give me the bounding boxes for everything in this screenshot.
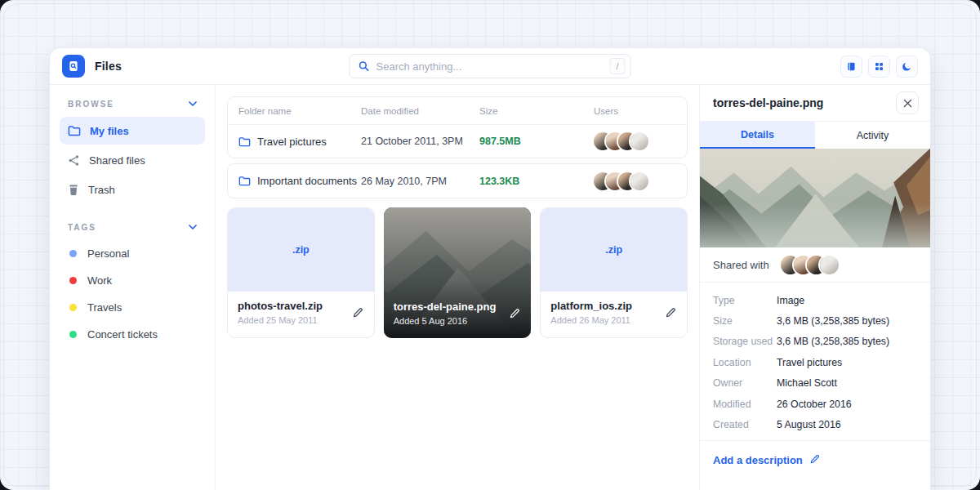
sidebar-item-shared-files[interactable]: Shared files bbox=[60, 146, 205, 174]
tag-label: Travels bbox=[87, 301, 122, 314]
sidebar: BROWSE My files bbox=[50, 85, 216, 490]
table-header-row: Folder name Date modified Size Users bbox=[228, 97, 687, 124]
file-name: torres-del-paine.png bbox=[394, 301, 522, 313]
folder-icon bbox=[68, 125, 81, 136]
detail-value: Michael Scott bbox=[777, 377, 837, 389]
detail-value: 3,6 MB (3,258,385 bytes) bbox=[777, 336, 889, 347]
sidebar-item-trash[interactable]: Trash bbox=[60, 176, 205, 203]
files-app-window: Files / bbox=[49, 47, 931, 490]
edit-pencil-icon[interactable] bbox=[665, 306, 677, 322]
folder-table: Folder name Date modified Size Users Tra… bbox=[227, 96, 688, 158]
search-icon bbox=[359, 60, 370, 72]
tags-section-header[interactable]: TAGS bbox=[60, 221, 205, 240]
detail-label: Type bbox=[713, 295, 777, 306]
tag-color-dot bbox=[69, 331, 77, 338]
edit-pencil-icon[interactable] bbox=[352, 306, 364, 322]
tag-item-concert-tickets[interactable]: Concert tickets bbox=[60, 321, 205, 348]
search-shortcut-badge: / bbox=[610, 58, 626, 74]
file-details-list: Type Image Size 3,6 MB (3,258,385 bytes)… bbox=[700, 283, 930, 441]
browse-section-header[interactable]: BROWSE bbox=[60, 98, 205, 117]
detail-label: Owner bbox=[713, 377, 777, 389]
folder-size: 123.3KB bbox=[479, 176, 594, 187]
folder-name: Travel pictures bbox=[257, 136, 327, 148]
document-search-icon bbox=[67, 60, 80, 73]
tag-label: Personal bbox=[87, 247, 129, 260]
table-row[interactable]: Important documents 26 May 2010, 7PM 123… bbox=[228, 164, 687, 198]
add-description-link[interactable]: Add a description bbox=[713, 454, 803, 466]
tag-item-personal[interactable]: Personal bbox=[60, 240, 205, 267]
dark-mode-button[interactable] bbox=[896, 56, 918, 78]
add-description-row: Add a description bbox=[700, 441, 930, 480]
shared-avatars bbox=[781, 256, 839, 274]
tag-label: Work bbox=[87, 274, 112, 287]
folder-name: Important documents bbox=[257, 175, 357, 187]
details-panel: torres-del-paine.png Details Activity bbox=[699, 85, 930, 490]
edit-pencil-icon[interactable] bbox=[809, 453, 821, 468]
tab-details[interactable]: Details bbox=[700, 122, 815, 149]
zip-preview: .zip bbox=[541, 208, 687, 292]
tab-activity[interactable]: Activity bbox=[815, 122, 930, 149]
grid-view-button[interactable] bbox=[868, 56, 890, 78]
folder-size: 987.5MB bbox=[479, 136, 594, 147]
details-panel-header: torres-del-paine.png bbox=[700, 85, 930, 122]
file-card-platform-ios-zip[interactable]: .zip platform_ios.zip Added 26 May 2011 bbox=[540, 207, 688, 338]
tag-color-dot bbox=[69, 250, 77, 257]
file-added-date: Added 5 Aug 2016 bbox=[394, 316, 522, 326]
search-bar[interactable]: / bbox=[350, 54, 631, 78]
user-avatars bbox=[594, 172, 676, 190]
close-icon bbox=[903, 99, 912, 108]
trash-icon bbox=[68, 184, 79, 196]
tag-item-work[interactable]: Work bbox=[60, 267, 205, 294]
zip-extension-label: .zip bbox=[292, 244, 310, 256]
detail-value: 5 August 2016 bbox=[777, 419, 841, 430]
sidebar-item-label: My files bbox=[90, 125, 129, 137]
notebook-button[interactable] bbox=[840, 56, 862, 78]
chevron-down-icon[interactable] bbox=[189, 101, 197, 107]
topbar: Files / bbox=[50, 48, 930, 85]
selected-file-title: torres-del-paine.png bbox=[713, 96, 823, 109]
detail-value: Image bbox=[777, 295, 804, 306]
page-title: Files bbox=[95, 60, 122, 73]
browse-section-label: BROWSE bbox=[68, 100, 114, 109]
topbar-actions bbox=[840, 56, 918, 78]
search-input[interactable] bbox=[376, 60, 604, 73]
grid-icon bbox=[874, 61, 884, 72]
chevron-down-icon[interactable] bbox=[189, 225, 197, 230]
main-content: Folder name Date modified Size Users Tra… bbox=[216, 85, 699, 490]
sidebar-item-label: Trash bbox=[88, 184, 115, 196]
detail-row-modified: Modified 26 October 2016 bbox=[713, 394, 917, 414]
column-header-size: Size bbox=[479, 106, 594, 116]
desktop-background: Files / bbox=[0, 0, 980, 490]
edit-pencil-icon[interactable] bbox=[509, 307, 521, 323]
notebook-icon bbox=[846, 61, 857, 72]
detail-row-type: Type Image bbox=[713, 290, 917, 310]
tags-section: TAGS Personal Work bbox=[60, 221, 205, 348]
table-row[interactable]: Travel pictures 21 October 2011, 3PM 987… bbox=[228, 124, 687, 158]
sidebar-item-my-files[interactable]: My files bbox=[60, 117, 205, 145]
detail-row-owner: Owner Michael Scott bbox=[713, 373, 917, 394]
detail-value: Travel pictures bbox=[777, 357, 842, 368]
folder-table-row-card: Important documents 26 May 2010, 7PM 123… bbox=[227, 163, 688, 198]
column-header-date-modified: Date modified bbox=[361, 106, 479, 116]
folder-icon bbox=[238, 176, 251, 186]
moon-icon bbox=[902, 61, 912, 72]
details-panel-tabs: Details Activity bbox=[700, 122, 930, 149]
file-card-photos-travel-zip[interactable]: .zip photos-travel.zip Added 25 May 2011 bbox=[227, 207, 375, 338]
avatar bbox=[820, 256, 839, 274]
file-card-grid: .zip photos-travel.zip Added 25 May 2011 bbox=[227, 207, 688, 338]
detail-value: 3,6 MB (3,258,385 bytes) bbox=[777, 315, 889, 327]
app-logo[interactable] bbox=[62, 55, 85, 78]
detail-row-storage-used: Storage used 3,6 MB (3,258,385 bytes) bbox=[713, 332, 917, 352]
tag-item-travels[interactable]: Travels bbox=[60, 294, 205, 321]
detail-row-created: Created 5 August 2016 bbox=[713, 414, 917, 434]
tags-section-label: TAGS bbox=[68, 223, 96, 232]
folder-icon bbox=[238, 136, 251, 147]
file-card-footer: photos-travel.zip Added 25 May 2011 bbox=[228, 292, 374, 337]
detail-label: Size bbox=[713, 315, 777, 327]
file-name: photos-travel.zip bbox=[238, 300, 364, 312]
shared-with-row: Shared with bbox=[700, 247, 930, 283]
file-card-torres-del-paine-png[interactable]: torres-del-paine.png Added 5 Aug 2016 bbox=[384, 207, 532, 338]
close-panel-button[interactable] bbox=[896, 91, 919, 114]
detail-row-size: Size 3,6 MB (3,258,385 bytes) bbox=[713, 310, 917, 331]
detail-label: Modified bbox=[713, 399, 777, 410]
